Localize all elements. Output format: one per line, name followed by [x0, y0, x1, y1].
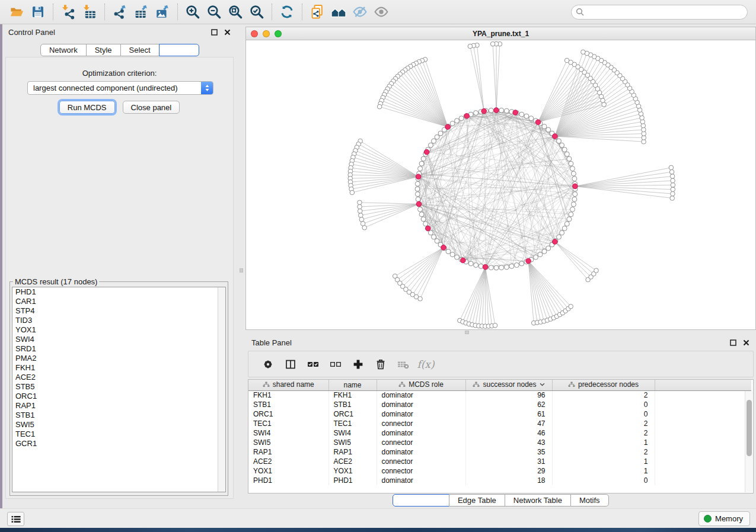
network-canvas[interactable] [246, 40, 755, 329]
control-panel-title: Control Panel [8, 28, 55, 37]
mcds-result-item[interactable]: TEC1 [12, 430, 225, 439]
import-table-icon [82, 4, 97, 20]
tab-style[interactable]: Style [86, 44, 121, 56]
function-builder-button[interactable]: f(x) [414, 354, 437, 374]
table-panel: Table Panel [245, 335, 756, 508]
mcds-result-item[interactable]: FKH1 [12, 363, 225, 373]
table-row[interactable]: ORC1ORC1dominator610 [248, 409, 751, 419]
tab-network-table[interactable]: Network Table [505, 494, 571, 507]
zoom-out-button[interactable] [203, 2, 225, 22]
export-image-button[interactable] [152, 2, 173, 22]
mcds-result-item[interactable]: SWI5 [12, 420, 225, 430]
duplicate-network-icon [310, 4, 325, 20]
show-panels-list-button[interactable] [7, 512, 24, 526]
mcds-result-item[interactable]: STB1 [12, 411, 225, 420]
close-panel-action-button[interactable]: Close panel [123, 101, 180, 114]
duplicate-network-button[interactable] [307, 2, 328, 22]
tab-node-table[interactable]: Node Table [393, 494, 449, 507]
show-all-button[interactable] [371, 2, 392, 22]
tab-motifs[interactable]: Motifs [570, 494, 609, 507]
mcds-result-item[interactable]: YOX1 [12, 325, 225, 335]
tab-network[interactable]: Network [40, 44, 87, 56]
network-window-titlebar[interactable]: YPA_prune.txt_1 [246, 27, 755, 40]
mcds-result-item[interactable]: PHD1 [12, 287, 225, 297]
export-network-button[interactable] [109, 2, 130, 22]
table-row[interactable]: SWI5SWI5connector431 [248, 438, 751, 447]
mcds-result-item[interactable]: RAP1 [12, 401, 225, 411]
delete-table-button[interactable] [392, 354, 414, 374]
network-view-window: YPA_prune.txt_1 [245, 27, 756, 330]
mcds-result-item[interactable]: SWI4 [12, 335, 225, 344]
table-row[interactable]: FKH1FKH1dominator962 [248, 390, 751, 400]
list-icon [11, 515, 21, 523]
column-header-predecessor-nodes[interactable]: predecessor nodes [552, 380, 655, 390]
network-graph[interactable] [246, 40, 755, 329]
splitter-grip[interactable] [465, 331, 469, 334]
zoom-in-button[interactable] [182, 2, 203, 22]
control-panel: Control Panel Network Style Select MCDS … [2, 24, 237, 508]
refresh-button[interactable] [276, 2, 298, 22]
mcds-result-item[interactable]: CAR1 [12, 297, 225, 306]
table-scrollbar-thumb[interactable] [747, 400, 752, 456]
mcds-result-item[interactable]: SRD1 [12, 344, 225, 354]
vertical-splitter[interactable] [237, 24, 245, 508]
memory-button[interactable]: Memory [698, 511, 750, 526]
clear-selection-button[interactable] [324, 354, 347, 374]
splitter-grip[interactable] [240, 268, 243, 273]
import-network-button[interactable] [58, 2, 79, 22]
mcds-list-scrollbar[interactable] [218, 287, 225, 492]
mcds-result-item[interactable]: ORC1 [12, 392, 225, 401]
close-panel-button[interactable] [223, 28, 231, 37]
zoom-selected-icon [249, 4, 264, 20]
tab-select[interactable]: Select [120, 44, 160, 56]
table-scrollbar[interactable] [745, 391, 752, 492]
close-panel-button[interactable] [742, 339, 750, 347]
first-neighbors-button[interactable] [328, 2, 349, 22]
delete-column-button[interactable] [369, 354, 392, 374]
application-window: Control Panel Network Style Select MCDS … [0, 0, 756, 532]
table-row[interactable]: YOX1YOX1connector291 [248, 466, 751, 476]
export-table-button[interactable] [130, 2, 152, 22]
mcds-result-item[interactable]: STP4 [12, 306, 225, 316]
mcds-result-list[interactable]: PHD1CAR1STP4TID3YOX1SWI4SRD1PMA2FKH1ACE2… [12, 287, 226, 492]
column-header-successor-nodes[interactable]: successor nodes [465, 380, 552, 390]
run-mcds-button[interactable]: Run MCDS [59, 101, 115, 114]
node-table[interactable]: shared namenameMCDS rolesuccessor nodesp… [248, 379, 754, 493]
table-row[interactable]: SWI4SWI4dominator462 [248, 428, 751, 438]
hide-selected-button[interactable] [349, 2, 371, 22]
refresh-icon [279, 4, 295, 20]
column-header-shared-name[interactable]: shared name [248, 380, 328, 390]
mcds-result-item[interactable]: PMA2 [12, 354, 225, 363]
tab-mcds[interactable]: MCDS [159, 44, 199, 56]
column-browser-button[interactable] [279, 354, 302, 374]
mcds-result-item[interactable]: ACE2 [12, 373, 225, 382]
select-all-button[interactable] [302, 354, 324, 374]
trash-icon [375, 358, 387, 370]
table-row[interactable]: TEC1TEC1connector472 [248, 419, 751, 428]
mcds-result-item[interactable]: GCR1 [12, 439, 225, 448]
mcds-result-item[interactable]: STB5 [12, 382, 225, 392]
zoom-selected-button[interactable] [246, 2, 267, 22]
table-row[interactable]: RAP1RAP1dominator352 [248, 447, 751, 457]
float-panel-button[interactable] [210, 28, 218, 37]
tab-edge-table[interactable]: Edge Table [449, 494, 505, 507]
save-session-button[interactable] [27, 2, 49, 22]
mcds-result-item[interactable]: TID3 [12, 316, 225, 325]
zoom-fit-button[interactable] [225, 2, 246, 22]
import-table-button[interactable] [79, 2, 100, 22]
table-row[interactable]: STB1STB1dominator620 [248, 400, 751, 409]
float-panel-button[interactable] [729, 339, 737, 347]
toolbar-separator [53, 4, 53, 20]
column-header-MCDS-role[interactable]: MCDS role [377, 380, 465, 390]
column-header-name[interactable]: name [328, 380, 377, 390]
table-settings-button[interactable] [257, 354, 279, 374]
table-row[interactable]: PHD1PHD1dominator180 [248, 476, 751, 485]
search-input[interactable] [571, 5, 748, 20]
control-panel-header: Control Panel [2, 24, 237, 40]
horizontal-splitter[interactable] [245, 330, 756, 335]
table-row[interactable]: ACE2ACE2connector311 [248, 457, 751, 466]
add-column-button[interactable] [347, 354, 369, 374]
open-file-button[interactable] [6, 2, 27, 22]
delete-table-icon [397, 358, 410, 370]
optimization-criterion-dropdown[interactable]: largest connected component (undirected) [27, 81, 213, 95]
